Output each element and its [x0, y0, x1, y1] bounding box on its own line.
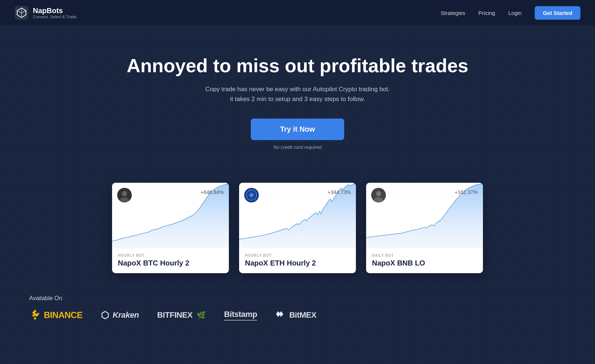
- nav-strategies-link[interactable]: Strategies: [441, 10, 465, 16]
- bitstamp-logo: Bitstamp: [224, 310, 257, 321]
- strategy-card-2[interactable]: +344.73% HOURLY BOT NapoX ETH Hourly 2: [239, 183, 356, 273]
- card-3-avatar: [371, 188, 386, 202]
- no-credit-text: No credit card required: [7, 144, 588, 150]
- hero-subtitle: Copy trade has never be easy with our Au…: [195, 84, 400, 104]
- svg-point-19: [376, 191, 381, 196]
- kraken-logo: ⬡ Kraken: [101, 310, 139, 321]
- available-label: Available On: [29, 295, 566, 302]
- available-section: Available On BINANCE ⬡ Kraken: [0, 284, 595, 333]
- kraken-icon: ⬡: [101, 310, 109, 321]
- card-2-bot-type: HOURLY BOT: [245, 253, 350, 257]
- strategy-cards-section: +646.84% HOURLY BOT NapoX BTC Hourl: [0, 172, 595, 284]
- card-1-percent: +646.84%: [201, 189, 224, 195]
- nav-brand-tagline: Connect, Select & Trade: [33, 15, 76, 19]
- bitfinex-icon: 🌿: [197, 311, 206, 320]
- napbots-logo-icon: [15, 6, 28, 20]
- nav-get-started-button[interactable]: Get Started: [535, 6, 580, 20]
- nav-logo[interactable]: NapBots Connect, Select & Trade: [15, 6, 76, 20]
- svg-point-2: [122, 191, 127, 196]
- bitmex-icon: [275, 310, 284, 321]
- card-2-avatar: [244, 188, 259, 202]
- nav-login-link[interactable]: Login: [508, 10, 522, 16]
- card-3-bot-name: NapoX BNB LO: [372, 259, 477, 267]
- strategy-card-1[interactable]: +646.84% HOURLY BOT NapoX BTC Hourl: [112, 183, 229, 273]
- hero-title: Annoyed to miss out profitable trades: [7, 55, 588, 77]
- nav-pricing-link[interactable]: Pricing: [479, 10, 495, 16]
- card-3-bot-type: DAILY BOT: [372, 253, 477, 257]
- nav-brand-name: NapBots: [33, 7, 76, 15]
- binance-icon: [29, 308, 41, 322]
- bitmex-logo: BitMEX: [275, 310, 316, 321]
- kraken-name: Kraken: [113, 310, 139, 320]
- binance-name: BINANCE: [44, 310, 82, 320]
- card-1-bot-type: HOURLY BOT: [118, 253, 223, 257]
- card-2-bot-name: NapoX ETH Hourly 2: [245, 259, 350, 267]
- card-3-percent: +162.37%: [455, 189, 478, 195]
- try-it-now-button[interactable]: Try it Now: [251, 119, 344, 140]
- strategy-card-3[interactable]: +162.37% DAILY BOT NapoX BNB LO: [366, 183, 483, 273]
- bitfinex-name: BITFINEX: [157, 310, 193, 320]
- card-2-percent: +344.73%: [328, 189, 351, 195]
- bitfinex-logo: BITFINEX 🌿: [157, 310, 206, 320]
- binance-logo: BINANCE: [29, 308, 82, 322]
- card-1-avatar: [117, 188, 132, 202]
- bitstamp-name: Bitstamp: [224, 310, 257, 319]
- svg-marker-31: [34, 317, 37, 320]
- card-1-bot-name: NapoX BTC Hourly 2: [118, 259, 223, 267]
- bitmex-name: BitMEX: [289, 310, 316, 320]
